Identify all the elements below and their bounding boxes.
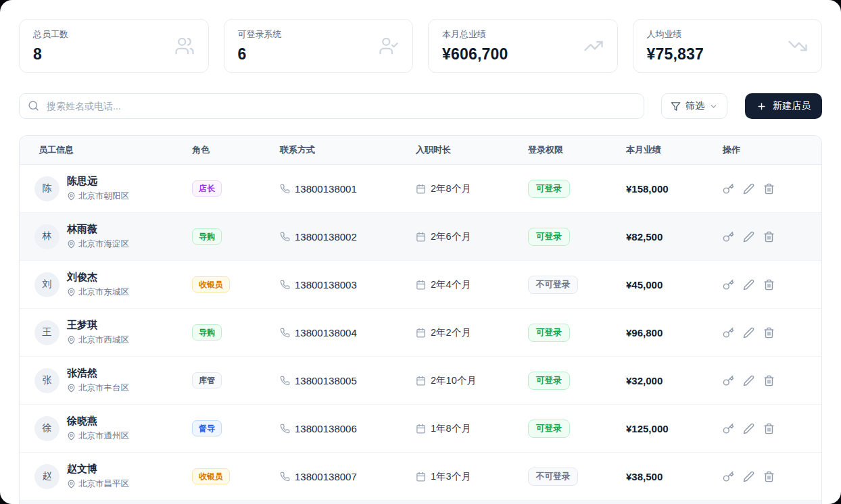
trash-icon [763,183,775,195]
key-icon [723,231,734,243]
stat-card-average: 人均业绩 ¥75,837 [633,19,823,73]
trash-icon [763,231,775,243]
map-pin-icon [67,480,76,488]
employee-cell: 赵 赵文博 北京市昌平区 [34,463,192,490]
avatar: 徐 [34,416,59,441]
chevron-down-icon [709,102,718,111]
filter-label: 筛选 [686,100,704,112]
table-row[interactable]: 刘 刘俊杰 北京市东城区 收银员 13800138003 2年4个 [20,261,821,309]
col-header-login: 登录权限 [528,144,626,156]
employee-location: 北京市朝阳区 [78,191,129,202]
delete-button[interactable] [763,375,775,386]
new-staff-label: 新建店员 [773,100,811,112]
table-row[interactable]: 陈 陈思远 北京市朝阳区 店长 13800138001 2年8个月 [20,165,821,213]
col-header-role: 角色 [192,144,280,156]
new-staff-button[interactable]: 新建店员 [745,93,822,119]
phone-icon [280,376,290,386]
employee-cell: 林 林雨薇 北京市海淀区 [34,223,192,250]
table-row[interactable]: 徐 徐晓燕 北京市通州区 督导 13800138006 1年8个月 [20,405,821,453]
edit-button[interactable] [743,375,754,386]
login-permission-badge: 可登录 [528,372,570,390]
phone-number: 13800138006 [295,423,357,434]
edit-button[interactable] [743,471,754,482]
monthly-performance: ¥125,000 [626,423,723,434]
pencil-icon [743,471,754,482]
trash-icon [763,279,775,291]
map-pin-icon [67,336,76,345]
login-permission-badge: 可登录 [528,324,570,342]
edit-button[interactable] [743,327,754,338]
monthly-performance: ¥96,800 [626,327,723,338]
calendar-icon [416,424,426,434]
role-badge: 收银员 [192,468,230,484]
table-footer-strip [20,501,821,504]
tenure: 2年4个月 [431,278,471,291]
trending-down-icon [788,36,808,56]
phone-icon [280,328,290,338]
reset-password-button[interactable] [723,327,734,338]
tenure: 2年2个月 [431,326,471,339]
tenure: 2年10个月 [431,374,477,387]
table-row[interactable]: 赵 赵文博 北京市昌平区 收银员 13800138007 1年3个 [20,453,821,501]
edit-button[interactable] [743,183,754,195]
login-permission-badge: 可登录 [528,228,570,246]
table-row[interactable]: 林 林雨薇 北京市海淀区 导购 13800138002 2年6个月 [20,213,821,261]
user-check-icon [379,36,399,56]
stat-label: 可登录系统 [238,28,282,41]
pencil-icon [743,231,754,243]
reset-password-button[interactable] [723,375,734,386]
avatar: 赵 [34,464,59,489]
trash-icon [763,471,775,482]
col-header-employee: 员工信息 [39,144,192,156]
delete-button[interactable] [763,279,775,291]
employee-location: 北京市通州区 [78,430,129,442]
login-permission-badge: 可登录 [528,420,570,438]
table-row[interactable]: 张 张浩然 北京市丰台区 库管 13800138005 2年10个 [20,357,821,405]
employee-name: 赵文博 [67,463,129,476]
employee-table: 员工信息 角色 联系方式 入职时长 登录权限 本月业绩 操作 陈 陈思远 北京市… [19,135,822,504]
delete-button[interactable] [763,231,775,243]
reset-password-button[interactable] [723,231,734,243]
users-icon [174,36,195,56]
login-permission-badge: 不可登录 [528,276,578,294]
toolbar: 筛选 新建店员 [19,93,822,119]
monthly-performance: ¥82,500 [626,231,723,243]
edit-button[interactable] [743,279,754,291]
reset-password-button[interactable] [723,183,734,195]
staff-management-page: 总员工数 8 可登录系统 6 本月总业绩 ¥606,700 [0,0,841,504]
employee-cell: 陈 陈思远 北京市朝阳区 [34,175,192,202]
employee-location: 北京市昌平区 [78,478,129,490]
table-row[interactable]: 王 王梦琪 北京市西城区 导购 13800138004 2年2个月 [20,309,821,357]
login-permission-badge: 可登录 [528,180,570,198]
row-actions [723,423,821,434]
stat-card-monthly-total: 本月总业绩 ¥606,700 [428,19,618,73]
map-pin-icon [67,288,76,297]
reset-password-button[interactable] [723,471,734,482]
edit-button[interactable] [743,423,754,434]
delete-button[interactable] [763,471,775,482]
avatar: 王 [34,320,59,345]
employee-location: 北京市丰台区 [78,382,129,394]
key-icon [723,279,734,291]
delete-button[interactable] [763,423,775,434]
delete-button[interactable] [763,327,775,338]
trending-up-icon [583,36,604,56]
pencil-icon [743,279,754,291]
filter-button[interactable]: 筛选 [661,93,727,119]
employee-name: 刘俊杰 [67,271,129,284]
reset-password-button[interactable] [723,423,734,434]
stat-card-total-employees: 总员工数 8 [19,19,209,73]
search-input[interactable] [19,93,644,119]
row-actions [723,231,821,243]
monthly-performance: ¥38,500 [626,471,723,482]
phone-number: 13800138003 [295,279,357,291]
phone-icon [280,184,290,194]
edit-button[interactable] [743,231,754,243]
employee-cell: 徐 徐晓燕 北京市通州区 [34,415,192,442]
employee-cell: 张 张浩然 北京市丰台区 [34,367,192,394]
trash-icon [763,375,775,386]
reset-password-button[interactable] [723,279,734,291]
col-header-tenure: 入职时长 [416,144,528,156]
phone-number: 13800138002 [295,231,357,243]
delete-button[interactable] [763,183,775,195]
